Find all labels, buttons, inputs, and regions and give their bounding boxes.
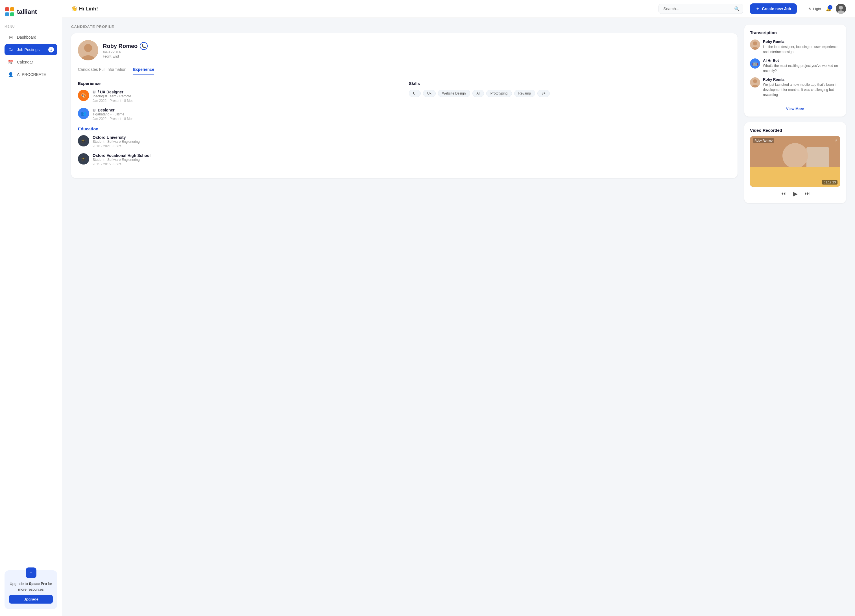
svg-point-16 xyxy=(753,79,757,83)
exp-date-2: Jan 2022 - Present · 8 Mos xyxy=(93,117,133,121)
edu-item-2: 🎓 Oxford Vocational High School Student … xyxy=(78,153,400,166)
upgrade-brand: Space Pro xyxy=(29,582,47,586)
svg-point-8 xyxy=(84,44,92,52)
trans-name-0: Roby Romia xyxy=(763,40,840,44)
rewind-button[interactable]: ⏮ xyxy=(780,190,786,197)
candidate-role: Front End xyxy=(103,54,148,58)
content-area: CANDIDATE PROFILE xyxy=(62,18,855,616)
phone-icon[interactable]: 📞 xyxy=(140,42,148,50)
edu-sub-1: Student - Software Engienering xyxy=(93,140,140,144)
forward-button[interactable]: ⏭ xyxy=(804,190,810,197)
logo-text: talliant xyxy=(17,8,37,15)
skill-tag: 8+ xyxy=(537,90,550,97)
sidebar-item-dashboard-label: Dashboard xyxy=(17,35,37,40)
tab-experience[interactable]: Experience xyxy=(133,67,154,75)
skill-tag: UI xyxy=(409,90,421,97)
logo: talliant xyxy=(5,7,57,17)
video-player[interactable]: Roby Romeo ↗ 01.12.23 xyxy=(750,136,840,187)
profile-card: Roby Romeo 📞 #A-122014 Front End Candida… xyxy=(71,33,737,178)
trans-avatar-0 xyxy=(750,40,760,50)
right-panel: Transcription Roby Romia I'm the lead de… xyxy=(744,24,846,609)
user-avatar[interactable] xyxy=(836,4,846,14)
exp-title-2: UI Designer xyxy=(93,108,133,112)
sidebar: talliant MENU ⊞ Dashboard 🗂 Job Postings… xyxy=(0,0,62,616)
skills-title: Skills xyxy=(409,81,731,86)
create-job-button[interactable]: ＋ Create new Job xyxy=(750,3,797,14)
sidebar-item-ai-procreate[interactable]: 👤 AI PROCREATE xyxy=(5,69,57,80)
candidate-name-text: Roby Romeo xyxy=(103,43,138,49)
sidebar-item-calendar[interactable]: 📅 Calendar xyxy=(5,57,57,68)
job-postings-badge: 1 xyxy=(48,47,54,52)
svg-point-20 xyxy=(783,143,808,168)
notification-badge: 1 xyxy=(828,5,832,9)
svg-rect-0 xyxy=(5,7,9,11)
mode-icon: ☀ xyxy=(808,7,812,11)
video-share-icon[interactable]: ↗ xyxy=(834,138,838,143)
profile-info: Roby Romeo 📞 #A-122014 Front End xyxy=(103,42,148,58)
trans-content-1: AI Hr Bot What's the most exciting proje… xyxy=(763,58,840,73)
svg-rect-2 xyxy=(5,12,9,16)
trans-msg-0: I'm the lead designer, focusing on user … xyxy=(763,44,840,55)
exp-date-1: Jan 2022 - Present · 8 Mos xyxy=(93,99,133,103)
dashboard-icon: ⊞ xyxy=(8,34,14,40)
profile-header: Roby Romeo 📞 #A-122014 Front End xyxy=(78,40,731,60)
trans-content-0: Roby Romia I'm the lead designer, focusi… xyxy=(763,40,840,55)
notification-button[interactable]: 🔔 1 xyxy=(826,6,831,12)
greeting-text: Hi Linh! xyxy=(79,6,98,12)
logo-icon xyxy=(5,7,15,17)
transcription-card: Transcription Roby Romia I'm the lead de… xyxy=(744,24,846,116)
trans-msg-1: What's the most exciting project you've … xyxy=(763,63,840,73)
edu-icon-2: 🎓 xyxy=(78,153,89,165)
skills-tags: UIUxWebsite DesignAIPrototypingRevamp8+ xyxy=(409,90,731,97)
job-postings-icon: 🗂 xyxy=(8,47,14,52)
upgrade-text: Upgrade to Space Pro for more resources xyxy=(9,581,53,592)
search-box: 🔍 xyxy=(659,4,743,14)
calendar-icon: 📅 xyxy=(8,59,14,65)
menu-label: MENU xyxy=(5,25,57,28)
profile-content: Experience 🎨 UI / UX Designer Ideologist… xyxy=(78,81,731,171)
edu-date-1: 2018 - 2021 · 3 Yrs xyxy=(93,144,140,148)
candidate-name: Roby Romeo 📞 xyxy=(103,42,148,50)
tab-full-info[interactable]: Candidates Full Information xyxy=(78,67,126,75)
sidebar-item-job-postings-label: Job Postings xyxy=(17,47,40,52)
profile-tabs: Candidates Full Information Experience xyxy=(78,67,731,75)
skill-tag: Revamp xyxy=(514,90,535,97)
upgrade-button[interactable]: Upgrade xyxy=(9,595,53,604)
sidebar-item-dashboard[interactable]: ⊞ Dashboard xyxy=(5,32,57,43)
play-button[interactable]: ▶ xyxy=(793,190,798,197)
edu-date-2: 2015 - 2015 · 3 Yrs xyxy=(93,162,150,166)
topbar: 👋 Hi Linh! 🔍 ＋ Create new Job ☀ Light 🔔 … xyxy=(62,0,855,18)
skills-column: Skills UIUxWebsite DesignAIPrototypingRe… xyxy=(409,81,731,171)
edu-title-1: Oxford University xyxy=(93,135,140,140)
video-card: Video Recorded Roby Romeo xyxy=(744,122,846,203)
search-input[interactable] xyxy=(659,4,743,14)
svg-point-5 xyxy=(839,6,843,9)
edu-details-2: Oxford Vocational High School Student - … xyxy=(93,153,150,166)
greeting: 👋 Hi Linh! xyxy=(71,6,98,12)
experience-title: Experience xyxy=(78,81,400,86)
edu-title-2: Oxford Vocational High School xyxy=(93,153,150,158)
mode-toggle[interactable]: ☀ Light xyxy=(808,7,821,11)
svg-rect-3 xyxy=(10,12,14,16)
education-title: Education xyxy=(78,127,400,131)
exp-item-2: 👥 UI Designer Tigabatang - Fulltime Jan … xyxy=(78,108,400,121)
avatar-svg xyxy=(78,40,98,60)
svg-text:🤖: 🤖 xyxy=(752,61,758,66)
trans-item-2: Roby Romia We just launched a new mobile… xyxy=(750,77,840,97)
main-area: 👋 Hi Linh! 🔍 ＋ Create new Job ☀ Light 🔔 … xyxy=(62,0,855,616)
svg-point-11 xyxy=(753,41,757,46)
edu-details-1: Oxford University Student - Software Eng… xyxy=(93,135,140,148)
video-scene xyxy=(750,136,840,187)
skill-tag: Ux xyxy=(423,90,436,97)
topbar-actions: ☀ Light 🔔 1 xyxy=(808,4,846,14)
sidebar-item-job-postings[interactable]: 🗂 Job Postings 1 xyxy=(5,44,57,55)
trans-avatar-1: 🤖 xyxy=(750,58,760,69)
exp-company-2: Tigabatang - Fulltime xyxy=(93,112,133,116)
trans-name-2: Roby Romia xyxy=(763,77,840,81)
greeting-emoji: 👋 xyxy=(71,6,77,12)
svg-rect-1 xyxy=(10,7,14,11)
sidebar-bottom: ↑ Upgrade to Space Pro for more resource… xyxy=(5,570,57,609)
candidate-avatar xyxy=(78,40,98,60)
view-more-button[interactable]: View More xyxy=(750,107,840,111)
edu-sub-2: Student - Software Engienering xyxy=(93,158,150,162)
